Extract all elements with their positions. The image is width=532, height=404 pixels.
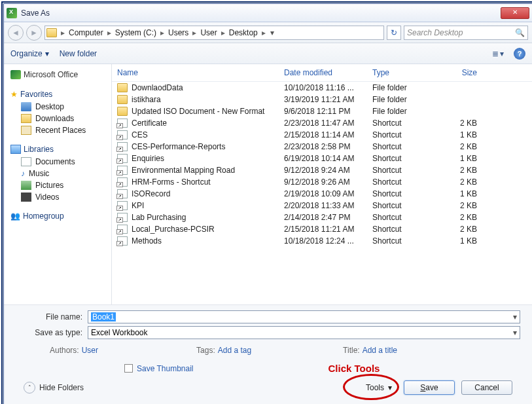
chevron-down-icon[interactable]: ▾ — [513, 312, 517, 321]
file-row[interactable]: Environmental Mapping Road9/12/2018 9:24… — [112, 164, 532, 176]
nav-bar: ◄ ► ▸ Computer ▸ System (C:) ▸ Users ▸ U… — [4, 22, 532, 43]
file-row[interactable]: Enquiries6/19/2018 10:14 AMShortcut1 KB — [112, 153, 532, 164]
folder-icon — [117, 83, 128, 92]
sidebar-item-music[interactable]: ♪Music — [7, 168, 109, 179]
tools-button[interactable]: Tools ▾ — [361, 382, 397, 394]
breadcrumb-dropdown[interactable]: ▾ — [267, 28, 277, 37]
file-type: Shortcut — [372, 225, 438, 234]
file-date: 10/10/2018 11:16 ... — [284, 83, 372, 92]
file-size: 1 KB — [438, 130, 477, 139]
file-row[interactable]: istikhara3/19/2019 11:21 AMFile folder — [112, 94, 532, 105]
nav-back-button[interactable]: ◄ — [8, 25, 24, 41]
file-type: File folder — [372, 83, 438, 92]
search-input[interactable]: Search Desktop 🔍 — [404, 26, 528, 40]
file-size: 2 KB — [438, 166, 477, 175]
help-button[interactable]: ? — [514, 48, 525, 60]
file-name: Updated ISO Document - New Format — [132, 107, 264, 116]
tags-label: Tags: — [196, 346, 215, 355]
chevron-down-icon: ▾ — [388, 383, 392, 392]
sidebar-libraries[interactable]: Libraries — [7, 143, 109, 156]
file-rows[interactable]: DownlaodData10/10/2018 11:16 ...File fol… — [112, 82, 532, 304]
col-name[interactable]: Name — [117, 68, 284, 77]
sidebar-item-pictures[interactable]: Pictures — [7, 179, 109, 191]
col-date[interactable]: Date modified — [284, 68, 372, 77]
file-row[interactable]: CES-Performance-Reports2/23/2018 2:58 PM… — [112, 141, 532, 153]
savetype-select[interactable]: Excel Workbook ▾ — [88, 326, 520, 339]
shortcut-icon — [117, 189, 128, 198]
sidebar: Microsoft Office ★ Favorites Desktop Dow… — [4, 64, 112, 304]
file-row[interactable]: Updated ISO Document - New Format9/6/201… — [112, 105, 532, 117]
file-name: Certificate — [132, 119, 167, 128]
sidebar-item-videos[interactable]: Videos — [7, 191, 109, 203]
new-folder-button[interactable]: New folder — [60, 49, 97, 58]
nav-forward-button[interactable]: ► — [26, 25, 42, 41]
shortcut-icon — [117, 166, 128, 175]
col-size[interactable]: Size — [438, 68, 477, 77]
file-name: HRM-Forms - Shortcut — [132, 177, 211, 187]
sidebar-item-desktop[interactable]: Desktop — [7, 101, 109, 113]
file-date: 2/23/2018 11:47 AM — [284, 119, 372, 128]
title-value[interactable]: Add a title — [363, 346, 397, 355]
downloads-icon — [21, 114, 31, 123]
save-button[interactable]: Save — [404, 380, 455, 395]
refresh-button[interactable]: ↻ — [387, 26, 401, 40]
chevron-up-icon: ˄ — [24, 382, 35, 394]
crumb-computer[interactable]: Computer — [66, 28, 106, 37]
file-size: 2 KB — [438, 142, 477, 151]
crumb-desktop[interactable]: Desktop — [226, 28, 260, 37]
file-name: CES — [132, 130, 148, 139]
sidebar-favorites[interactable]: ★ Favorites — [7, 88, 109, 101]
sidebar-item-documents[interactable]: Documents — [7, 156, 109, 168]
chevron-down-icon: ▾ — [45, 49, 49, 58]
col-type[interactable]: Type — [372, 68, 438, 77]
file-type: Shortcut — [372, 166, 438, 175]
shortcut-icon — [117, 225, 128, 234]
filename-label: File name: — [16, 312, 88, 321]
file-date: 9/12/2018 9:24 AM — [284, 166, 372, 175]
file-row[interactable]: Methods10/18/2018 12:24 ...Shortcut1 KB — [112, 235, 532, 247]
file-row[interactable]: DownlaodData10/10/2018 11:16 ...File fol… — [112, 82, 532, 94]
file-row[interactable]: Local_Purchase-PCSIR2/15/2018 11:21 AMSh… — [112, 223, 532, 235]
file-row[interactable]: HRM-Forms - Shortcut9/12/2018 9:26 AMSho… — [112, 176, 532, 188]
file-row[interactable]: Lab Purchasing2/14/2018 2:47 PMShortcut2… — [112, 211, 532, 223]
hide-folders-button[interactable]: ˄ Hide Folders — [24, 382, 84, 394]
file-row[interactable]: Certificate2/23/2018 11:47 AMShortcut2 K… — [112, 117, 532, 129]
file-type: Shortcut — [372, 119, 438, 128]
organize-button[interactable]: Organize ▾ — [10, 49, 49, 58]
file-list-header: Name Date modified Type Size — [112, 64, 532, 82]
crumb-user[interactable]: User — [198, 28, 219, 37]
save-as-dialog: Save As ✕ ◄ ► ▸ Computer ▸ System (C:) ▸… — [3, 3, 532, 404]
thumbnail-checkbox[interactable] — [124, 364, 133, 373]
sidebar-item-downloads[interactable]: Downloads — [7, 113, 109, 124]
file-type: Shortcut — [372, 213, 438, 222]
close-button[interactable]: ✕ — [501, 7, 529, 19]
sidebar-homegroup[interactable]: 👥 Homegroup — [7, 210, 109, 223]
shortcut-icon — [117, 213, 128, 222]
file-date: 6/19/2018 10:14 AM — [284, 154, 372, 163]
thumbnail-label: Save Thumbnail — [137, 364, 194, 373]
file-row[interactable]: KPI2/20/2018 11:33 AMShortcut2 KB — [112, 200, 532, 211]
file-row[interactable]: CES2/15/2018 11:14 AMShortcut1 KB — [112, 129, 532, 141]
tags-value[interactable]: Add a tag — [218, 346, 251, 355]
file-name: Lab Purchasing — [132, 213, 186, 222]
crumb-system[interactable]: System (C:) — [113, 28, 159, 37]
view-button[interactable]: ≣ ▾ — [489, 47, 507, 60]
cancel-button[interactable]: Cancel — [461, 380, 512, 395]
file-type: Shortcut — [372, 130, 438, 139]
shortcut-icon — [117, 154, 128, 163]
sidebar-item-recent[interactable]: Recent Places — [7, 124, 109, 136]
authors-value[interactable]: User — [82, 346, 98, 355]
save-form: File name: Book1 ▾ Save as type: Excel W… — [4, 304, 532, 404]
file-name: CES-Performance-Reports — [132, 142, 225, 151]
chevron-down-icon[interactable]: ▾ — [513, 328, 517, 337]
crumb-users[interactable]: Users — [166, 28, 191, 37]
breadcrumb[interactable]: ▸ Computer ▸ System (C:) ▸ Users ▸ User … — [44, 26, 384, 40]
file-name: DownlaodData — [132, 83, 183, 92]
file-type: Shortcut — [372, 189, 438, 198]
sidebar-ms-office[interactable]: Microsoft Office — [7, 68, 109, 81]
file-name: Environmental Mapping Road — [132, 166, 235, 175]
file-row[interactable]: ISORecord2/19/2018 10:09 AMShortcut1 KB — [112, 188, 532, 200]
filename-input[interactable]: Book1 ▾ — [88, 310, 520, 323]
file-size: 2 KB — [438, 119, 477, 128]
shortcut-icon — [117, 142, 128, 151]
